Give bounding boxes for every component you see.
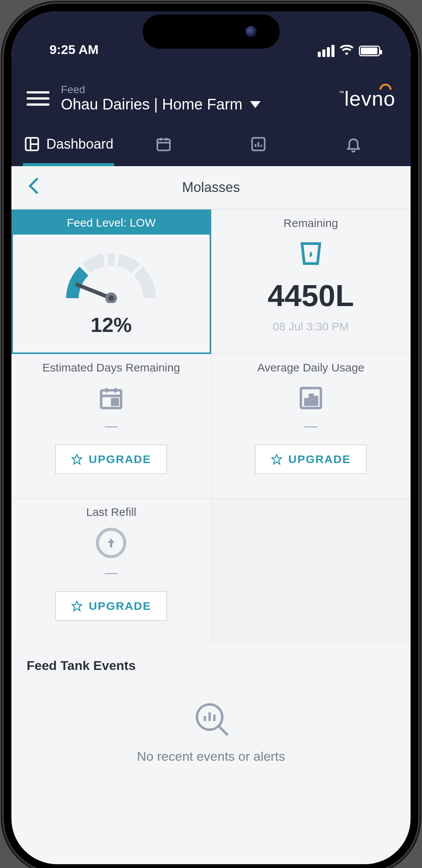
last-refill-value: — — [105, 565, 118, 580]
remaining-value: 4450L — [268, 278, 354, 313]
avg-usage-title: Average Daily Usage — [257, 361, 364, 374]
remaining-timestamp: 08 Jul 3:30 PM — [273, 320, 349, 333]
tab-bar: Dashboard — [11, 117, 411, 166]
tab-dashboard-label: Dashboard — [46, 136, 113, 152]
avg-usage-value: — — [304, 418, 317, 433]
events-section: Feed Tank Events No recent events or ale… — [11, 643, 411, 787]
svg-marker-19 — [72, 455, 82, 464]
svg-rect-21 — [305, 399, 308, 405]
phone-frame: 9:25 AM Feed Ohau Dairies | Home Farm — [4, 4, 418, 868]
phone-screen: 9:25 AM Feed Ohau Dairies | Home Farm — [11, 11, 411, 864]
remaining-title: Remaining — [283, 217, 338, 230]
feed-level-banner: Feed Level: LOW — [13, 211, 210, 235]
upload-circle-icon — [96, 528, 126, 558]
tile-feed-level[interactable]: Feed Level: LOW — [11, 209, 211, 354]
last-refill-title: Last Refill — [86, 506, 136, 519]
status-time: 9:25 AM — [34, 42, 99, 57]
location-title: Ohau Dairies | Home Farm — [61, 96, 242, 113]
tab-dashboard[interactable]: Dashboard — [23, 128, 114, 166]
tile-grid: Feed Level: LOW — [11, 209, 411, 643]
upgrade-button-usage[interactable]: UPGRADE — [255, 444, 367, 474]
bar-chart-icon — [250, 136, 267, 152]
star-icon — [71, 600, 83, 612]
upgrade-label: UPGRADE — [89, 453, 151, 466]
tile-last-refill[interactable]: Last Refill — UPGRADE — [11, 498, 211, 643]
svg-rect-3 — [157, 139, 170, 150]
calendar-icon — [155, 136, 172, 152]
svg-point-13 — [108, 295, 114, 301]
location-selector[interactable]: Feed Ohau Dairies | Home Farm — [61, 84, 327, 113]
upgrade-label: UPGRADE — [288, 453, 351, 466]
svg-line-27 — [219, 727, 227, 735]
tab-alerts[interactable] — [308, 128, 399, 166]
calendar-day-icon — [98, 385, 124, 411]
dashboard-icon — [24, 136, 40, 152]
svg-marker-24 — [272, 455, 281, 464]
tab-calendar[interactable] — [118, 128, 209, 166]
chevron-down-icon — [250, 101, 261, 108]
usage-chart-icon — [298, 385, 324, 411]
tile-remaining[interactable]: Remaining 4450L 08 Jul 3:30 PM — [211, 209, 411, 354]
svg-marker-25 — [72, 601, 82, 611]
events-empty-text: No recent events or alerts — [137, 749, 285, 764]
feed-level-percent: 12% — [91, 313, 132, 336]
app-header: Feed Ohau Dairies | Home Farm ™levno — [11, 65, 411, 117]
upgrade-label: UPGRADE — [89, 600, 151, 613]
tab-reports[interactable] — [213, 128, 304, 166]
events-title: Feed Tank Events — [27, 658, 395, 673]
sub-header: Molasses — [11, 166, 411, 209]
tile-avg-usage[interactable]: Average Daily Usage — UPGRADE — [211, 354, 411, 498]
svg-rect-18 — [112, 399, 118, 405]
status-icons — [318, 45, 388, 57]
back-button[interactable] — [27, 177, 49, 198]
star-icon — [271, 454, 282, 465]
days-remaining-value: — — [105, 418, 118, 433]
upgrade-button-refill[interactable]: UPGRADE — [55, 591, 167, 621]
page-title: Molasses — [11, 179, 411, 195]
star-icon — [71, 454, 83, 465]
tile-days-remaining[interactable]: Estimated Days Remaining — UPGRADE — [11, 354, 211, 498]
svg-rect-23 — [314, 397, 317, 405]
gauge-icon — [62, 250, 161, 303]
wifi-icon — [340, 45, 354, 57]
cup-icon — [296, 240, 326, 267]
menu-button[interactable] — [27, 91, 49, 106]
magnify-chart-icon — [192, 700, 230, 738]
device-notch — [143, 14, 280, 49]
bell-icon — [345, 136, 362, 152]
brand-logo: ™levno — [339, 87, 395, 110]
tile-empty — [211, 498, 411, 643]
cellular-signal-icon — [318, 45, 334, 57]
section-label: Feed — [61, 84, 327, 96]
svg-rect-22 — [310, 395, 312, 405]
events-empty-state: No recent events or alerts — [27, 692, 395, 779]
days-remaining-title: Estimated Days Remaining — [42, 361, 180, 374]
upgrade-button-days[interactable]: UPGRADE — [55, 444, 167, 474]
battery-icon — [359, 46, 380, 56]
